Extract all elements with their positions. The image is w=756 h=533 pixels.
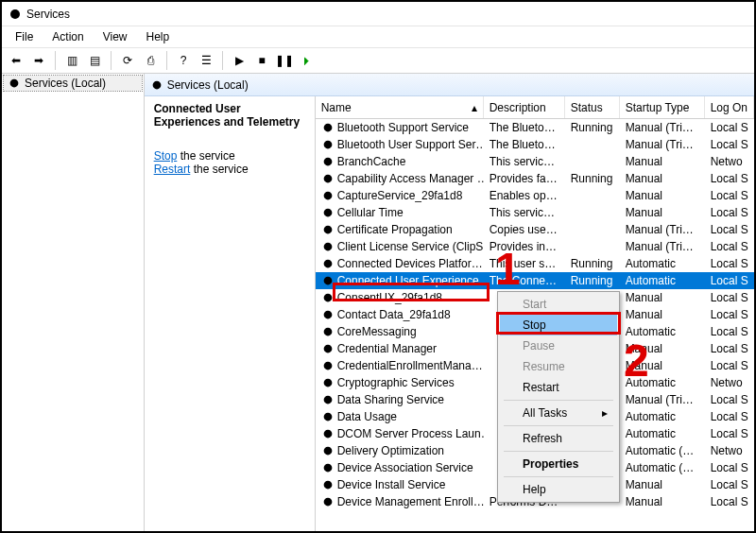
ctx-all-tasks[interactable]: All Tasks▸ xyxy=(500,403,617,423)
export-button[interactable]: ⎙ xyxy=(140,50,161,71)
gear-icon xyxy=(321,257,335,270)
col-name[interactable]: Name▴ xyxy=(316,96,484,118)
details-pane: Connected User Experiences and Telemetry… xyxy=(145,96,315,531)
col-status[interactable]: Status xyxy=(565,96,620,118)
refresh-button[interactable]: ⟳ xyxy=(117,50,138,71)
breadcrumb: Services (Local) xyxy=(145,74,754,96)
gear-icon xyxy=(321,240,335,253)
ctx-stop[interactable]: Stop xyxy=(500,315,617,335)
gear-icon xyxy=(321,342,335,355)
ctx-start: Start xyxy=(500,294,617,315)
window-title: Services xyxy=(26,8,70,21)
pause-service-button[interactable]: ❚❚ xyxy=(274,50,295,71)
properties-button[interactable]: ▤ xyxy=(84,50,105,71)
services-icon xyxy=(8,7,23,22)
menu-file[interactable]: File xyxy=(8,28,41,45)
ctx-resume: Resume xyxy=(500,356,617,377)
show-hide-tree-button[interactable]: ▥ xyxy=(61,50,82,71)
gear-icon xyxy=(321,495,335,508)
restart-link[interactable]: Restart xyxy=(154,163,191,176)
back-button[interactable]: ⬅ xyxy=(6,50,26,71)
gear-icon xyxy=(321,393,335,406)
gear-icon xyxy=(150,78,163,92)
gear-icon xyxy=(321,478,335,491)
ctx-restart[interactable]: Restart xyxy=(500,377,617,398)
ctx-properties[interactable]: Properties xyxy=(500,454,617,474)
gear-icon xyxy=(321,155,335,168)
gear-icon xyxy=(321,444,335,457)
col-logon[interactable]: Log On xyxy=(705,96,754,118)
ctx-pause: Pause xyxy=(500,335,617,356)
gear-icon xyxy=(321,461,335,474)
gear-icon xyxy=(321,308,335,321)
col-desc[interactable]: Description xyxy=(484,96,565,118)
gear-icon xyxy=(8,77,21,90)
gear-icon xyxy=(321,206,335,219)
tree-item-services-local[interactable]: Services (Local) xyxy=(4,76,142,91)
forward-button[interactable]: ➡ xyxy=(28,50,49,71)
gear-icon xyxy=(321,410,335,423)
table-row[interactable]: Bluetooth User Support Ser…The Bluetoo…M… xyxy=(316,136,754,153)
table-row[interactable]: Bluetooth Support ServiceThe Bluetoo…Run… xyxy=(316,119,754,136)
table-row[interactable]: BranchCacheThis service …ManualNetwo xyxy=(316,153,754,170)
gear-icon xyxy=(321,427,335,440)
ctx-help[interactable]: Help xyxy=(500,479,617,500)
table-row[interactable]: Certificate PropagationCopies user …Manu… xyxy=(316,221,754,238)
menu-view[interactable]: View xyxy=(95,28,135,45)
tree-pane: Services (Local) xyxy=(2,74,145,531)
menu-help[interactable]: Help xyxy=(139,28,178,45)
gear-icon xyxy=(321,291,335,304)
ctx-refresh[interactable]: Refresh xyxy=(500,428,617,449)
submenu-arrow-icon: ▸ xyxy=(602,406,608,420)
table-row[interactable]: CaptureService_29fa1d8Enables opti…Manua… xyxy=(316,187,754,204)
gear-icon xyxy=(321,274,335,287)
list-header: Name▴ Description Status Startup Type Lo… xyxy=(316,96,754,119)
restart-service-button[interactable]: ⏵ xyxy=(297,50,318,71)
context-menu: Start Stop Pause Resume Restart All Task… xyxy=(497,291,620,503)
table-row[interactable]: Client License Service (ClipS…Provides i… xyxy=(316,238,754,255)
stop-service-button[interactable]: ■ xyxy=(251,50,272,71)
stop-link[interactable]: Stop xyxy=(154,149,178,163)
table-row[interactable]: Cellular TimeThis service …ManualLocal S xyxy=(316,204,754,221)
gear-icon xyxy=(321,223,335,236)
table-row[interactable]: Connected User Experience…The Connec…Run… xyxy=(316,272,754,289)
gear-icon xyxy=(321,325,335,338)
gear-icon xyxy=(321,121,335,134)
gear-icon xyxy=(321,172,335,185)
start-service-button[interactable]: ▶ xyxy=(229,50,249,71)
table-row[interactable]: Capability Access Manager …Provides fac…… xyxy=(316,170,754,187)
props-button[interactable]: ☰ xyxy=(196,50,216,71)
gear-icon xyxy=(321,359,335,372)
selected-service-name: Connected User Experiences and Telemetry xyxy=(154,102,305,129)
gear-icon xyxy=(321,189,335,202)
menu-action[interactable]: Action xyxy=(44,28,91,45)
col-start[interactable]: Startup Type xyxy=(620,96,705,118)
help-button[interactable]: ? xyxy=(173,50,194,71)
gear-icon xyxy=(321,376,335,389)
table-row[interactable]: Connected Devices Platfor…This user ser…… xyxy=(316,255,754,272)
gear-icon xyxy=(321,138,335,151)
